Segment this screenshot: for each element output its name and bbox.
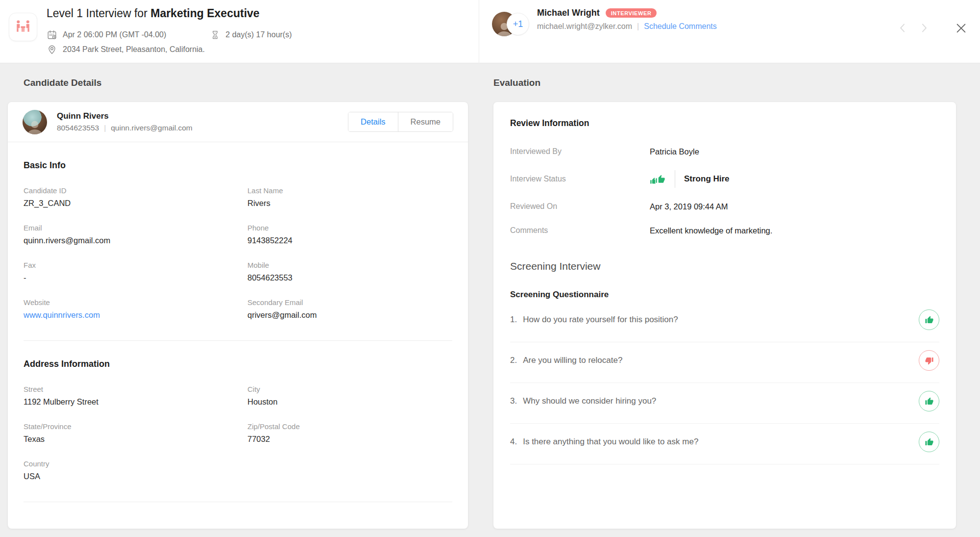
previous-record-button[interactable] <box>896 21 910 35</box>
field-fax: Fax- <box>24 261 247 282</box>
close-button[interactable] <box>954 21 968 35</box>
field-last-name: Last NameRivers <box>247 186 452 208</box>
field-label: Fax <box>24 261 247 269</box>
field-state-province: State/ProvinceTexas <box>24 422 247 444</box>
interviewer-role-badge: INTERVIEWER <box>606 8 657 18</box>
status-text: Strong Hire <box>684 174 730 184</box>
thumb-down-icon <box>925 356 934 365</box>
next-record-button[interactable] <box>916 21 931 35</box>
candidate-details-section-title: Candidate Details <box>24 77 101 88</box>
thumb-up-icon <box>925 437 934 447</box>
schedule-comments-link[interactable]: Schedule Comments <box>644 22 717 31</box>
candidate-view-tabs: Details Resume <box>348 112 453 132</box>
question-number: 4. <box>510 437 517 447</box>
question-text-wrap: 3.Why should we consider hiring you? <box>510 396 656 406</box>
interview-meta-row: Apr 2 06:00 PM (GMT -04.00) 2 day(s) 17 … <box>47 29 292 40</box>
question-text: Why should we consider hiring you? <box>523 396 656 406</box>
field-label: Mobile <box>247 261 452 269</box>
field-value: Texas <box>24 435 247 444</box>
field-label: Email <box>24 224 247 232</box>
question-row: 4.Is there anything that you would like … <box>510 424 939 464</box>
field-street: Street1192 Mulberry Street <box>24 385 247 407</box>
field-email: Emailquinn.rivers@gmail.com <box>24 224 247 245</box>
interview-location: 2034 Park Street, Pleasanton, California… <box>63 45 205 54</box>
review-row-value: Patricia Boyle <box>650 147 699 156</box>
field-label: State/Province <box>24 422 247 431</box>
divider <box>24 340 452 341</box>
review-information-rows: Interviewed ByPatricia BoyleInterview St… <box>510 146 939 236</box>
rating-thumbs-up-button[interactable] <box>919 309 939 330</box>
interview-duration: 2 day(s) 17 hour(s) <box>225 30 292 39</box>
review-row-value: Excellent knowledge of marketing. <box>650 226 772 235</box>
field-label: Zip/Postal Code <box>247 422 452 431</box>
rating-thumbs-up-button[interactable] <box>919 432 939 452</box>
rating-thumbs-down-button[interactable] <box>919 350 939 371</box>
field-label: Phone <box>247 224 452 232</box>
thumb-up-icon <box>925 397 934 406</box>
divider <box>675 170 675 188</box>
interview-title: Level 1 Interview for Marketing Executiv… <box>47 7 260 20</box>
field-value: - <box>24 273 247 282</box>
tab-details[interactable]: Details <box>348 112 397 131</box>
field-label: Secondary Email <box>247 298 452 307</box>
review-row-reviewed-on: Reviewed OnApr 3, 2019 09:44 AM <box>510 201 939 212</box>
interviewer-name: Michael Wright <box>537 8 600 18</box>
candidate-avatar <box>23 110 47 134</box>
field-value: Houston <box>247 397 452 407</box>
rating-thumbs-up-button[interactable] <box>919 391 939 411</box>
field-value: quinn.rivers@gmail.com <box>24 236 247 245</box>
question-text: Are you willing to relocate? <box>523 356 622 365</box>
field-country: CountryUSA <box>24 460 247 481</box>
field-value: 9143852224 <box>247 236 452 245</box>
double-thumbs-up-icon <box>650 174 666 185</box>
thumb-up-icon <box>655 174 666 185</box>
candidate-phone: 8054623553 <box>57 124 99 132</box>
question-row: 1.How do you rate yourself for this posi… <box>510 302 939 342</box>
tab-resume[interactable]: Resume <box>398 112 453 131</box>
field-zip-postal-code: Zip/Postal Code77032 <box>247 422 452 444</box>
basic-info-grid: Candidate IDZR_3_CANDLast NameRiversEmai… <box>24 171 452 320</box>
question-text: Is there anything that you would like to… <box>523 437 698 447</box>
review-row-interview-status: Interview StatusStrong Hire <box>510 170 939 188</box>
review-row-label: Interview Status <box>510 175 650 183</box>
field-label: Country <box>24 460 247 468</box>
separator: | <box>637 22 639 31</box>
basic-info-title: Basic Info <box>24 160 452 171</box>
question-row: 2.Are you willing to relocate? <box>510 342 939 383</box>
evaluation-card: Review Information Interviewed ByPatrici… <box>493 102 956 529</box>
screening-interview-title: Screening Interview <box>510 260 939 272</box>
question-text: How do you rate yourself for this positi… <box>523 315 678 325</box>
candidate-contact: 8054623553 | quinn.rivers@gmail.com <box>57 124 193 132</box>
interview-app-icon <box>9 13 37 41</box>
candidate-email: quinn.rivers@gmail.com <box>111 124 192 132</box>
field-candidate-id: Candidate IDZR_3_CAND <box>24 186 247 208</box>
separator: | <box>104 124 106 132</box>
field-website: Websitewww.quinnrivers.com <box>24 298 247 320</box>
interview-summary: Level 1 Interview for Marketing Executiv… <box>0 0 479 63</box>
field-value: USA <box>24 472 247 481</box>
question-row: 3.Why should we consider hiring you? <box>510 383 939 424</box>
candidate-card-header: Quinn Rivers 8054623553 | quinn.rivers@g… <box>8 102 468 142</box>
review-row-value: Apr 3, 2019 09:44 AM <box>650 202 728 211</box>
chevron-right-icon <box>917 22 930 34</box>
field-phone: Phone9143852224 <box>247 224 452 245</box>
close-icon <box>955 22 968 35</box>
question-number: 2. <box>510 356 517 365</box>
interviewer-email: michael.wright@zylker.com <box>537 22 632 31</box>
interviewer-summary: +1 Michael Wright INTERVIEWER michael.wr… <box>479 0 980 63</box>
interview-status-value: Strong Hire <box>650 170 730 188</box>
question-text-wrap: 2.Are you willing to relocate? <box>510 356 622 365</box>
interview-datetime: Apr 2 06:00 PM (GMT -04.00) <box>63 30 166 39</box>
field-label: Street <box>24 385 247 393</box>
field-city: CityHouston <box>247 385 452 407</box>
field-label: Last Name <box>247 186 452 195</box>
additional-interviewers-badge[interactable]: +1 <box>507 13 529 35</box>
divider <box>24 502 452 502</box>
address-info-grid: Street1192 Mulberry StreetCityHoustonSta… <box>24 369 452 481</box>
hourglass-icon <box>210 29 220 40</box>
review-row-label: Reviewed On <box>510 202 650 211</box>
location-pin-icon <box>47 44 57 55</box>
question-text-wrap: 4.Is there anything that you would like … <box>510 437 698 447</box>
field-value-link[interactable]: www.quinnrivers.com <box>24 310 247 320</box>
address-info-title: Address Information <box>24 359 452 369</box>
